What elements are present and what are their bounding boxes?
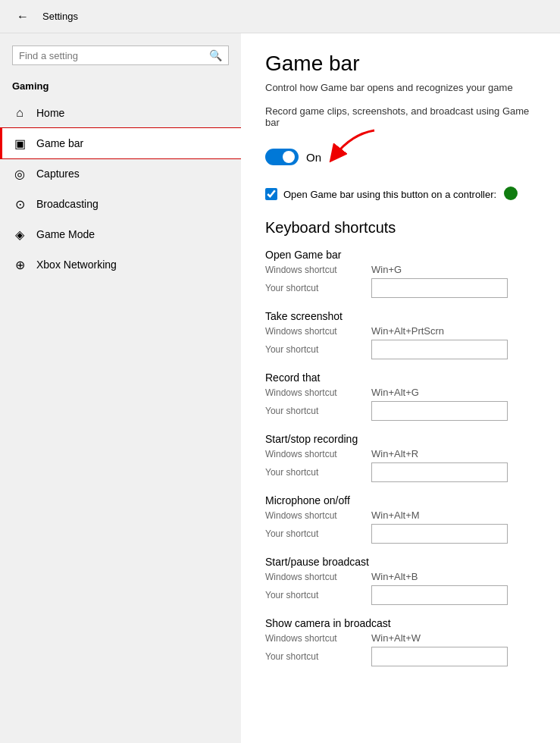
toggle-thumb [283, 151, 295, 163]
shortcut-your-row-1: Your shortcut [265, 340, 536, 359]
shortcut-your-input-3[interactable] [371, 462, 508, 482]
shortcut-win-row-1: Windows shortcutWin+Alt+PrtScrn [265, 325, 536, 337]
shortcut-win-row-5: Windows shortcutWin+Alt+B [265, 571, 536, 582]
shortcut-win-label-2: Windows shortcut [265, 387, 371, 398]
shortcut-group-0: Open Game barWindows shortcutWin+GYour s… [265, 249, 536, 298]
shortcut-win-value-4: Win+Alt+M [371, 509, 462, 521]
shortcut-action-3: Start/stop recording [265, 433, 536, 445]
shortcut-your-input-0[interactable] [371, 278, 508, 298]
sidebar-item-game-mode[interactable]: ◈Game Mode [0, 219, 241, 249]
sidebar-item-label-broadcasting: Broadcasting [36, 198, 99, 210]
shortcut-win-label-3: Windows shortcut [265, 449, 371, 459]
shortcut-your-input-1[interactable] [371, 340, 508, 359]
shortcut-group-3: Start/stop recordingWindows shortcutWin+… [265, 433, 536, 482]
search-input[interactable] [19, 50, 209, 61]
sidebar-items-container: ⌂Home▣Game bar◎Captures⊙Broadcasting◈Gam… [0, 98, 241, 280]
shortcuts-container: Open Game barWindows shortcutWin+GYour s… [265, 249, 536, 666]
game-bar-toggle[interactable] [265, 149, 299, 165]
xbox-icon [504, 187, 518, 200]
shortcut-action-4: Microphone on/off [265, 494, 536, 506]
title-bar: ← Settings [0, 0, 560, 33]
sidebar-item-captures[interactable]: ◎Captures [0, 158, 241, 189]
shortcut-your-row-6: Your shortcut [265, 647, 536, 666]
shortcut-win-value-6: Win+Alt+W [371, 632, 462, 644]
sidebar-item-icon-game-bar: ▣ [12, 136, 27, 151]
controller-checkbox-label: Open Game bar using this button on a con… [283, 189, 496, 200]
sidebar-item-label-game-mode: Game Mode [36, 228, 95, 240]
shortcut-your-label-2: Your shortcut [265, 406, 371, 416]
shortcut-your-input-5[interactable] [371, 585, 508, 605]
controller-checkbox[interactable] [265, 188, 277, 200]
shortcut-group-4: Microphone on/offWindows shortcutWin+Alt… [265, 494, 536, 544]
sidebar-item-icon-home: ⌂ [12, 105, 27, 121]
sidebar-item-label-captures: Captures [36, 168, 80, 180]
shortcut-action-6: Show camera in broadcast [265, 617, 536, 629]
shortcut-win-value-0: Win+G [371, 264, 462, 275]
back-button[interactable]: ← [12, 8, 33, 25]
sidebar-item-icon-captures: ◎ [12, 166, 27, 181]
shortcuts-title: Keyboard shortcuts [265, 219, 536, 237]
record-clips-label: Record game clips, screenshots, and broa… [265, 105, 536, 128]
shortcut-your-row-0: Your shortcut [265, 278, 536, 298]
sidebar-item-label-home: Home [36, 107, 64, 119]
shortcut-your-row-5: Your shortcut [265, 585, 536, 605]
shortcut-your-label-4: Your shortcut [265, 528, 371, 539]
shortcut-win-row-3: Windows shortcutWin+Alt+R [265, 448, 536, 459]
shortcut-action-0: Open Game bar [265, 249, 536, 261]
page-title: Game bar [265, 52, 536, 76]
search-icon: 🔍 [209, 49, 222, 61]
shortcut-action-5: Start/pause broadcast [265, 556, 536, 568]
toggle-row: On [265, 134, 536, 180]
shortcut-win-label-0: Windows shortcut [265, 265, 371, 275]
shortcut-your-label-3: Your shortcut [265, 467, 371, 478]
shortcut-group-1: Take screenshotWindows shortcutWin+Alt+P… [265, 310, 536, 359]
toggle-track [265, 149, 299, 165]
shortcut-win-label-4: Windows shortcut [265, 510, 371, 521]
shortcut-group-2: Record thatWindows shortcutWin+Alt+GYour… [265, 372, 536, 421]
search-box[interactable]: 🔍 [12, 45, 229, 65]
sidebar-item-icon-game-mode: ◈ [12, 227, 27, 242]
shortcut-win-value-3: Win+Alt+R [371, 448, 462, 459]
shortcut-win-value-1: Win+Alt+PrtScrn [371, 325, 462, 337]
sidebar-item-home[interactable]: ⌂Home [0, 98, 241, 128]
sidebar-section-label: Gaming [0, 77, 241, 98]
shortcut-win-row-6: Windows shortcutWin+Alt+W [265, 632, 536, 644]
sidebar-item-label-xbox-networking: Xbox Networking [36, 259, 117, 271]
sidebar-item-icon-xbox-networking: ⊕ [12, 257, 27, 272]
shortcut-your-row-3: Your shortcut [265, 462, 536, 482]
sidebar-item-broadcasting[interactable]: ⊙Broadcasting [0, 189, 241, 219]
shortcut-action-1: Take screenshot [265, 310, 536, 322]
shortcut-action-2: Record that [265, 372, 536, 384]
arrow-annotation [314, 127, 382, 172]
content-area: Game bar Control how Game bar opens and … [241, 33, 560, 743]
shortcut-win-value-5: Win+Alt+B [371, 571, 462, 582]
sidebar-item-game-bar[interactable]: ▣Game bar [0, 128, 241, 158]
shortcut-win-row-2: Windows shortcutWin+Alt+G [265, 387, 536, 398]
sidebar-item-xbox-networking[interactable]: ⊕Xbox Networking [0, 249, 241, 280]
shortcut-group-5: Start/pause broadcastWindows shortcutWin… [265, 556, 536, 605]
main-layout: 🔍 Gaming ⌂Home▣Game bar◎Captures⊙Broadca… [0, 33, 560, 743]
title-bar-label: Settings [42, 11, 78, 22]
shortcut-win-row-4: Windows shortcutWin+Alt+M [265, 509, 536, 521]
sidebar-item-icon-broadcasting: ⊙ [12, 196, 27, 212]
shortcut-win-label-6: Windows shortcut [265, 633, 371, 644]
shortcut-your-row-4: Your shortcut [265, 524, 536, 544]
toggle-label: On [306, 151, 321, 164]
shortcut-win-label-1: Windows shortcut [265, 326, 371, 337]
shortcut-win-label-5: Windows shortcut [265, 572, 371, 582]
shortcut-your-input-4[interactable] [371, 524, 508, 544]
shortcut-your-input-6[interactable] [371, 647, 508, 666]
sidebar: 🔍 Gaming ⌂Home▣Game bar◎Captures⊙Broadca… [0, 33, 241, 743]
shortcut-win-row-0: Windows shortcutWin+G [265, 264, 536, 275]
shortcut-group-6: Show camera in broadcastWindows shortcut… [265, 617, 536, 666]
page-subtitle: Control how Game bar opens and recognize… [265, 82, 536, 93]
shortcut-your-row-2: Your shortcut [265, 401, 536, 421]
shortcut-your-label-1: Your shortcut [265, 344, 371, 355]
shortcut-your-label-6: Your shortcut [265, 651, 371, 662]
shortcut-win-value-2: Win+Alt+G [371, 387, 462, 398]
controller-checkbox-row: Open Game bar using this button on a con… [265, 187, 536, 201]
sidebar-item-label-game-bar: Game bar [36, 137, 83, 149]
shortcut-your-label-5: Your shortcut [265, 590, 371, 600]
shortcut-your-label-0: Your shortcut [265, 283, 371, 293]
shortcut-your-input-2[interactable] [371, 401, 508, 421]
